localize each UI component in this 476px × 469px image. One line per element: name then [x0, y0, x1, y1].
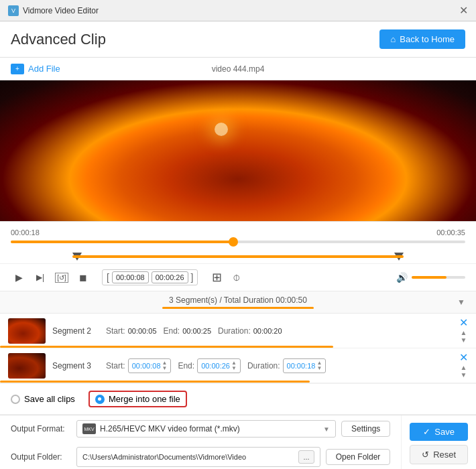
- current-filename: video 444.mp4: [212, 64, 265, 74]
- reset-icon: ↺: [422, 450, 429, 460]
- timeline-filled: [11, 241, 233, 243]
- duration-spinner[interactable]: ▲▼: [316, 360, 322, 371]
- save-all-label: Save all clips: [24, 394, 75, 404]
- timeline-bg: [11, 241, 465, 243]
- loop-icon: [↺]: [55, 273, 68, 283]
- merge-option[interactable]: Merge into one file: [88, 391, 187, 407]
- start-label: Start:: [106, 361, 125, 371]
- page-title: Advanced Clip: [11, 31, 106, 48]
- add-file-button[interactable]: + Add File: [11, 64, 60, 74]
- timeline-track[interactable]: [11, 237, 465, 247]
- time-bracket: [ 00:00:08 00:00:26 ]: [102, 269, 198, 285]
- bracket-close: ]: [191, 272, 194, 283]
- end-time-spinner[interactable]: ▲▼: [231, 360, 237, 371]
- segment-progress: [0, 381, 310, 383]
- volume-icon: 🔊: [396, 272, 408, 283]
- segment-details: Segment 2 Start: 00:00:05 End: 00:00:25 …: [52, 326, 453, 336]
- controls-bar: ▶ ▶| [↺] ◼ [ 00:00:08 00:00:26 ] ⊞ ⌽ 🔊: [0, 263, 476, 291]
- back-home-button[interactable]: ⌂ Back to Home: [379, 29, 465, 49]
- save-reset-area: ✓ Save ↺ Reset: [401, 415, 476, 469]
- output-rows-wrap: Output Format: MKV H.265/HEVC MKV video …: [0, 415, 476, 469]
- folder-path-value: C:\Users\Administrator\Documents\Vidmore…: [82, 453, 246, 461]
- end-time-input[interactable]: 00:00:26 ▲▼: [197, 358, 241, 373]
- format-select[interactable]: MKV H.265/HEVC MKV video format (*.mkv) …: [76, 420, 336, 438]
- output-section: Output Format: MKV H.265/HEVC MKV video …: [0, 415, 476, 469]
- cut-button[interactable]: ⊞: [209, 269, 225, 285]
- output-rows: Output Format: MKV H.265/HEVC MKV video …: [0, 415, 401, 469]
- save-all-radio[interactable]: [11, 395, 20, 404]
- segment-label: Segment 2: [52, 326, 99, 336]
- start-time-input[interactable]: 00:00:08 ▲▼: [128, 358, 172, 373]
- volume-track[interactable]: [412, 276, 465, 279]
- segment-down-button[interactable]: ▼: [461, 372, 467, 379]
- duration-value: 00:00:18: [287, 362, 316, 370]
- segment-label: Segment 3: [52, 361, 99, 371]
- end-time-box[interactable]: 00:00:26: [152, 271, 188, 283]
- bracket-open: [: [107, 272, 109, 283]
- play-button[interactable]: ▶: [11, 269, 27, 285]
- browse-folder-button[interactable]: ...: [298, 450, 314, 464]
- edit-icons: ⊞ ⌽: [209, 269, 245, 285]
- format-icon: MKV: [82, 423, 96, 434]
- segments-chevron[interactable]: ▼: [457, 297, 465, 307]
- save-button[interactable]: ✓ Save: [410, 423, 468, 441]
- folder-label: Output Folder:: [11, 452, 71, 462]
- title-bar: V Vidmore Video Editor ✕: [0, 0, 476, 21]
- add-file-icon: +: [11, 64, 24, 74]
- app-icon: V: [8, 5, 19, 16]
- save-all-clips-option[interactable]: Save all clips: [11, 394, 75, 404]
- duration-value: 00:00:20: [253, 327, 282, 335]
- merge-label: Merge into one file: [109, 394, 180, 404]
- home-icon: ⌂: [390, 34, 396, 44]
- save-icon: ✓: [423, 427, 430, 437]
- reset-label: Reset: [433, 450, 456, 460]
- merge-radio[interactable]: [95, 395, 105, 404]
- open-folder-button[interactable]: Open Folder: [326, 449, 391, 465]
- stop-button[interactable]: ◼: [75, 269, 91, 285]
- end-time-value: 00:00:26: [201, 362, 230, 370]
- settings-button[interactable]: Settings: [341, 421, 390, 437]
- segment-thumbnail: [8, 318, 46, 344]
- start-time-spinner[interactable]: ▲▼: [162, 360, 168, 371]
- add-file-bar: + Add File video 444.mp4: [0, 58, 476, 80]
- step-forward-button[interactable]: ▶|: [32, 269, 48, 285]
- close-button[interactable]: ✕: [459, 4, 468, 17]
- reset-button[interactable]: ↺ Reset: [410, 445, 468, 464]
- output-format-row: Output Format: MKV H.265/HEVC MKV video …: [0, 415, 401, 442]
- trim-zone: [72, 255, 404, 258]
- timeline-thumb[interactable]: [229, 237, 238, 247]
- folder-path: C:\Users\Administrator\Documents\Vidmore…: [76, 447, 320, 467]
- start-time-value: 00:00:08: [132, 362, 161, 370]
- segment-down-button[interactable]: ▼: [461, 337, 467, 344]
- volume-filled: [412, 276, 447, 279]
- format-chevron: ▼: [323, 425, 330, 433]
- video-preview: [0, 80, 476, 221]
- segment-actions: ✕ ▲ ▼: [459, 318, 468, 344]
- header-bar: Advanced Clip ⌂ Back to Home: [0, 21, 476, 58]
- format-label: Output Format:: [11, 424, 71, 433]
- segment-up-button[interactable]: ▲: [461, 330, 467, 336]
- start-label: Start:: [106, 326, 125, 336]
- segments-progress-bar: [162, 307, 314, 309]
- end-label: End:: [178, 361, 194, 371]
- loop-button[interactable]: [↺]: [54, 269, 70, 285]
- segment-actions: ✕ ▲ ▼: [459, 352, 468, 379]
- segments-header: 3 Segment(s) / Total Duration 00:00:50 ▼: [0, 291, 476, 314]
- split-button[interactable]: ⌽: [229, 269, 245, 285]
- cut-icon: ⊞: [212, 270, 222, 285]
- segment-progress: [0, 346, 333, 348]
- segment-up-button[interactable]: ▲: [461, 364, 467, 371]
- start-value: 00:00:05: [128, 327, 157, 335]
- split-icon: ⌽: [233, 271, 240, 283]
- start-time-box[interactable]: 00:00:08: [112, 271, 149, 283]
- back-home-label: Back to Home: [400, 34, 455, 44]
- duration-label: Duration:: [247, 361, 280, 371]
- add-file-label: Add File: [28, 64, 60, 74]
- timeline-start-time: 00:00:18: [11, 228, 40, 237]
- duration-label: Duration:: [218, 326, 251, 336]
- format-value: H.265/HEVC MKV video format (*.mkv): [100, 424, 240, 433]
- segment-delete-button[interactable]: ✕: [459, 352, 468, 363]
- segments-summary: 3 Segment(s) / Total Duration 00:00:50: [86, 295, 390, 305]
- duration-input[interactable]: 00:00:18 ▲▼: [283, 358, 326, 373]
- segment-delete-button[interactable]: ✕: [459, 318, 468, 328]
